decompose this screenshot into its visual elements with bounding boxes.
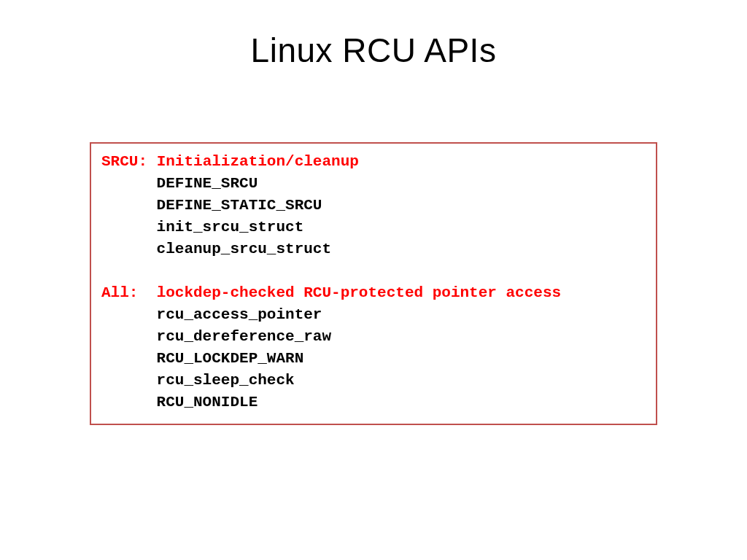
api-item: rcu_access_pointer [101, 304, 646, 326]
section-label: All: [101, 284, 157, 301]
api-item: RCU_LOCKDEP_WARN [101, 348, 646, 370]
api-item: init_srcu_struct [101, 217, 646, 238]
api-code-block: SRCU: Initialization/cleanup DEFINE_SRCU… [101, 151, 646, 413]
api-content-box: SRCU: Initialization/cleanup DEFINE_SRCU… [90, 142, 657, 425]
api-item: cleanup_srcu_struct [101, 238, 646, 260]
section-heading: Initialization/cleanup [157, 153, 359, 170]
section-header: SRCU: Initialization/cleanup [101, 151, 646, 173]
section-header: All: lockdep-checked RCU-protected point… [101, 282, 646, 304]
section-heading: lockdep-checked RCU-protected pointer ac… [157, 284, 562, 301]
blank-line [101, 260, 646, 282]
api-item: rcu_sleep_check [101, 370, 646, 392]
api-item: DEFINE_SRCU [101, 173, 646, 195]
api-item: DEFINE_STATIC_SRCU [101, 195, 646, 217]
api-item: RCU_NONIDLE [101, 392, 646, 413]
section-label: SRCU: [101, 153, 157, 170]
api-item: rcu_dereference_raw [101, 326, 646, 348]
slide-title: Linux RCU APIs [0, 0, 747, 70]
